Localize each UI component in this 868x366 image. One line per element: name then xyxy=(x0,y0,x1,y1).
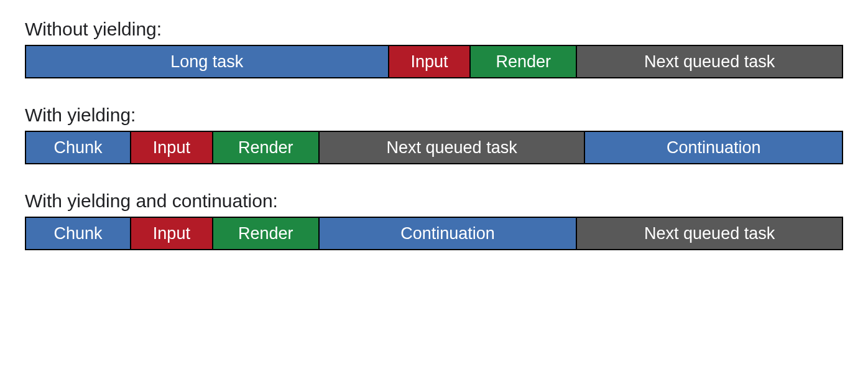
segment-render: Render xyxy=(471,45,577,78)
segment-next-queued-task: Next queued task xyxy=(577,217,843,250)
section-1: With yielding:ChunkInputRenderNext queue… xyxy=(25,105,843,164)
segment-input: Input xyxy=(131,217,213,250)
timeline-row: Long taskInputRenderNext queued task xyxy=(25,45,843,78)
timeline-row: ChunkInputRenderNext queued taskContinua… xyxy=(25,131,843,164)
task-yielding-diagram: Without yielding:Long taskInputRenderNex… xyxy=(25,19,843,250)
segment-continuation: Continuation xyxy=(585,131,843,164)
segment-render: Render xyxy=(213,217,320,250)
segment-render: Render xyxy=(213,131,320,164)
section-2: With yielding and continuation:ChunkInpu… xyxy=(25,190,843,250)
segment-next-queued-task: Next queued task xyxy=(577,45,843,78)
section-title: With yielding and continuation: xyxy=(25,190,843,212)
segment-long-task: Long task xyxy=(25,45,389,78)
segment-next-queued-task: Next queued task xyxy=(320,131,586,164)
segment-input: Input xyxy=(389,45,471,78)
segment-input: Input xyxy=(131,131,213,164)
section-title: With yielding: xyxy=(25,105,843,126)
segment-continuation: Continuation xyxy=(320,217,578,250)
segment-chunk: Chunk xyxy=(25,217,131,250)
section-0: Without yielding:Long taskInputRenderNex… xyxy=(25,19,843,78)
segment-chunk: Chunk xyxy=(25,131,131,164)
timeline-row: ChunkInputRenderContinuationNext queued … xyxy=(25,217,843,250)
section-title: Without yielding: xyxy=(25,19,843,40)
